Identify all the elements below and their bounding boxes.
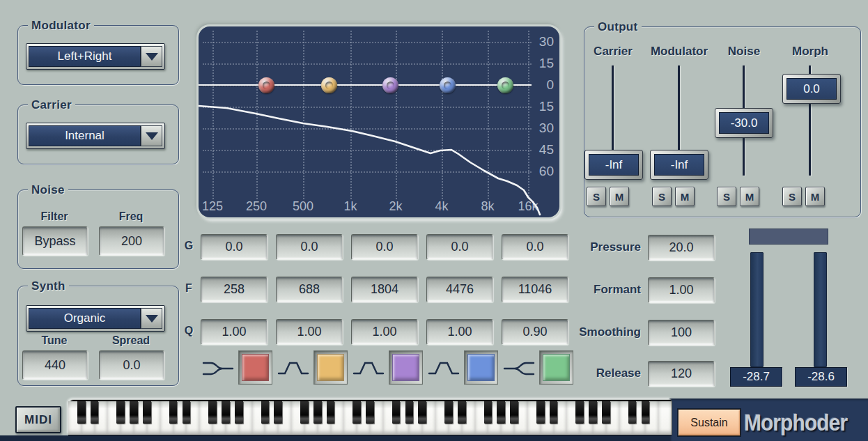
piano-key-black[interactable] [418,401,426,424]
noise-solo-button[interactable]: S [717,187,736,206]
band2-ball[interactable] [321,77,337,93]
graph-x-tick: 125 [194,199,231,214]
piano-key-black[interactable] [261,401,270,424]
piano-key-black[interactable] [183,401,191,424]
band3-filter-shape-icon [352,357,385,380]
smoothing-label: Smoothing [536,325,641,339]
synth-type-dropdown[interactable]: Organic [26,305,165,332]
carrier-dropdown-button[interactable] [141,125,162,146]
piano-key-black[interactable] [208,401,217,424]
band4-freq-field[interactable]: 4476 [426,277,493,302]
graph-gridline-v [488,31,489,199]
piano-key-black[interactable] [169,401,178,424]
piano-key-black[interactable] [510,401,518,424]
piano-key-black[interactable] [116,401,125,424]
band3-q-field[interactable]: 1.00 [351,319,418,345]
band1-color-button[interactable] [238,350,272,385]
modulator-source-dropdown[interactable]: Left+Right [26,43,165,70]
piano-key-black[interactable] [300,401,309,424]
carrier-source-dropdown[interactable]: Internal [26,123,165,149]
modulator-solo-button[interactable]: S [652,187,672,206]
left-level-meter [750,252,764,367]
graph-x-tick: 250 [238,199,274,214]
synth-dropdown-button[interactable] [141,308,162,329]
pressure-field[interactable]: 20.0 [648,235,715,261]
piano-key-black[interactable] [602,401,610,424]
piano-key-black[interactable] [143,401,151,424]
graph-y-tick: 15 [530,56,554,71]
band4-ball[interactable] [440,77,456,93]
release-field[interactable]: 120 [648,361,715,387]
band2-freq-field[interactable]: 688 [276,277,343,302]
modulator-slider-handle[interactable]: -Inf [650,150,708,180]
band2-color-button[interactable] [313,350,348,385]
band3-freq-field[interactable]: 1804 [351,277,418,302]
band3-color-button[interactable] [389,350,423,385]
midi-button[interactable]: MIDI [15,406,61,433]
piano-key-black[interactable] [352,401,361,424]
piano-key-black[interactable] [444,401,453,424]
piano-key-black[interactable] [392,401,401,424]
chevron-down-icon [146,315,158,323]
carrier-slider-handle[interactable]: -Inf [584,150,643,180]
band4-q-field[interactable]: 1.00 [426,319,493,345]
noise-mute-button[interactable]: M [740,187,759,206]
modulator-dropdown-button[interactable] [141,46,162,67]
band3-gain-field[interactable]: 0.0 [351,234,418,260]
morph-mute-button[interactable]: M [805,187,825,206]
morph-slider-handle[interactable]: 0.0 [782,74,841,104]
formant-field[interactable]: 1.00 [648,277,715,303]
band2-gain-field[interactable]: 0.0 [276,234,343,260]
piano-key-black[interactable] [550,401,558,424]
band2-q-field[interactable]: 1.00 [276,319,343,345]
piano-key-black[interactable] [222,401,230,424]
band1-freq-field[interactable]: 258 [201,277,268,302]
noise-freq-field[interactable]: 200 [99,226,164,256]
piano-key-white[interactable] [658,401,672,435]
piano-key-black[interactable] [628,401,637,424]
piano-key-black[interactable] [274,401,282,424]
morph-solo-button[interactable]: S [782,187,802,206]
piano-key-black[interactable] [91,401,99,424]
noise-slider-handle[interactable]: -30.0 [715,108,773,138]
graph-gridline-v [442,31,443,199]
piano-key-black[interactable] [77,401,86,424]
carrier-solo-button[interactable]: S [587,187,606,206]
modulator-mute-button[interactable]: M [675,187,695,206]
band5-ball[interactable] [497,77,513,93]
chevron-down-icon [146,132,158,140]
piano-key-black[interactable] [405,401,414,424]
graph-gridline-h [203,63,532,65]
release-label: Release [536,366,641,380]
piano-key-black[interactable] [497,401,505,424]
band1-q-field[interactable]: 1.00 [201,319,268,345]
noise-filter-field[interactable]: Bypass [22,226,88,256]
piano-key-black[interactable] [366,401,374,424]
band1-ball[interactable] [258,77,274,93]
piano-key-black[interactable] [484,401,493,424]
piano-key-black[interactable] [458,401,466,424]
graph-gridline-h [203,107,532,108]
morphoder-logo: Morphoder [740,408,851,436]
band-q-row-label: Q [183,325,195,337]
band4-gain-field[interactable]: 0.0 [426,234,493,260]
synth-tune-field[interactable]: 440 [22,350,88,380]
band3-ball[interactable] [382,77,398,93]
piano-key-black[interactable] [327,401,335,424]
piano-key-black[interactable] [589,401,597,424]
carrier-mute-button[interactable]: M [610,187,629,206]
graph-gridline-v [396,31,397,199]
graph-x-tick: 1k [332,199,369,214]
band1-gain-field[interactable]: 0.0 [201,234,268,260]
synth-spread-field[interactable]: 0.0 [99,350,164,380]
band4-color-button[interactable] [464,350,498,385]
piano-key-black[interactable] [313,401,322,424]
graph-y-tick: 60 [530,164,554,179]
piano-key-black[interactable] [235,401,243,424]
piano-key-black[interactable] [536,401,545,424]
sustain-button[interactable]: Sustain [678,409,741,436]
piano-key-black[interactable] [642,401,650,424]
piano-key-black[interactable] [575,401,584,424]
piano-key-black[interactable] [130,401,138,424]
smoothing-field[interactable]: 100 [648,320,715,346]
